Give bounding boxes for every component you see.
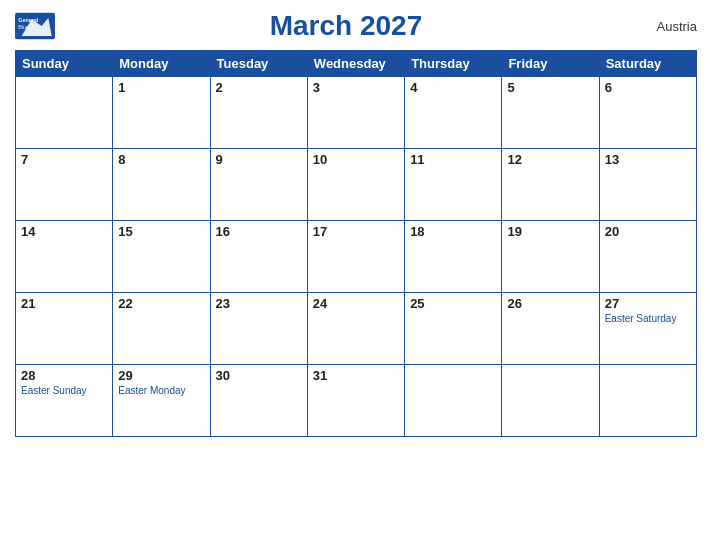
calendar-cell: 20	[599, 221, 696, 293]
calendar-cell: 1	[113, 77, 210, 149]
country-label: Austria	[637, 19, 697, 34]
calendar-cell: 3	[307, 77, 404, 149]
day-number: 18	[410, 224, 496, 239]
calendar-week-row: 78910111213	[16, 149, 697, 221]
calendar-cell: 15	[113, 221, 210, 293]
calendar-cell: 9	[210, 149, 307, 221]
day-number: 10	[313, 152, 399, 167]
header-monday: Monday	[113, 51, 210, 77]
day-number: 24	[313, 296, 399, 311]
calendar-cell: 13	[599, 149, 696, 221]
header-sunday: Sunday	[16, 51, 113, 77]
calendar-cell: 7	[16, 149, 113, 221]
day-number: 2	[216, 80, 302, 95]
day-number: 22	[118, 296, 204, 311]
calendar-cell: 8	[113, 149, 210, 221]
header-thursday: Thursday	[405, 51, 502, 77]
calendar-week-row: 14151617181920	[16, 221, 697, 293]
day-number: 7	[21, 152, 107, 167]
day-number: 16	[216, 224, 302, 239]
calendar-cell: 24	[307, 293, 404, 365]
calendar-cell: 2	[210, 77, 307, 149]
calendar-cell	[405, 365, 502, 437]
calendar-cell: 26	[502, 293, 599, 365]
day-number: 13	[605, 152, 691, 167]
day-number: 5	[507, 80, 593, 95]
header-saturday: Saturday	[599, 51, 696, 77]
calendar-cell: 19	[502, 221, 599, 293]
day-number: 30	[216, 368, 302, 383]
day-number: 11	[410, 152, 496, 167]
header-friday: Friday	[502, 51, 599, 77]
calendar-cell: 22	[113, 293, 210, 365]
day-number: 15	[118, 224, 204, 239]
calendar-cell: 23	[210, 293, 307, 365]
day-number: 6	[605, 80, 691, 95]
calendar-cell: 27Easter Saturday	[599, 293, 696, 365]
calendar-cell: 12	[502, 149, 599, 221]
calendar-week-row: 28Easter Sunday29Easter Monday3031	[16, 365, 697, 437]
holiday-label: Easter Monday	[118, 385, 204, 396]
day-number: 19	[507, 224, 593, 239]
calendar-table: Sunday Monday Tuesday Wednesday Thursday…	[15, 50, 697, 437]
holiday-label: Easter Sunday	[21, 385, 107, 396]
calendar-cell: 5	[502, 77, 599, 149]
calendar-cell	[16, 77, 113, 149]
calendar-page: General Blue March 2027 Austria Sunday M…	[0, 0, 712, 550]
day-number: 21	[21, 296, 107, 311]
day-number: 26	[507, 296, 593, 311]
calendar-cell	[502, 365, 599, 437]
day-number: 9	[216, 152, 302, 167]
day-number: 4	[410, 80, 496, 95]
day-number: 1	[118, 80, 204, 95]
day-number: 31	[313, 368, 399, 383]
calendar-cell: 28Easter Sunday	[16, 365, 113, 437]
calendar-cell: 10	[307, 149, 404, 221]
calendar-cell: 14	[16, 221, 113, 293]
calendar-cell: 18	[405, 221, 502, 293]
calendar-week-row: 21222324252627Easter Saturday	[16, 293, 697, 365]
day-number: 29	[118, 368, 204, 383]
day-number: 28	[21, 368, 107, 383]
day-number: 20	[605, 224, 691, 239]
calendar-cell: 29Easter Monday	[113, 365, 210, 437]
logo-icon: General Blue	[15, 12, 55, 40]
calendar-week-row: 123456	[16, 77, 697, 149]
calendar-cell: 31	[307, 365, 404, 437]
day-number: 14	[21, 224, 107, 239]
calendar-cell: 21	[16, 293, 113, 365]
holiday-label: Easter Saturday	[605, 313, 691, 324]
day-number: 3	[313, 80, 399, 95]
day-number: 17	[313, 224, 399, 239]
svg-text:Blue: Blue	[18, 24, 29, 30]
calendar-header: General Blue March 2027 Austria	[15, 10, 697, 42]
calendar-cell: 30	[210, 365, 307, 437]
calendar-cell: 25	[405, 293, 502, 365]
day-number: 23	[216, 296, 302, 311]
calendar-cell: 16	[210, 221, 307, 293]
day-number: 12	[507, 152, 593, 167]
header-tuesday: Tuesday	[210, 51, 307, 77]
calendar-cell: 6	[599, 77, 696, 149]
day-number: 25	[410, 296, 496, 311]
calendar-body: 1234567891011121314151617181920212223242…	[16, 77, 697, 437]
svg-text:General: General	[18, 17, 38, 23]
calendar-cell	[599, 365, 696, 437]
header-wednesday: Wednesday	[307, 51, 404, 77]
calendar-cell: 17	[307, 221, 404, 293]
day-number: 27	[605, 296, 691, 311]
calendar-cell: 4	[405, 77, 502, 149]
day-number: 8	[118, 152, 204, 167]
calendar-title: March 2027	[55, 10, 637, 42]
calendar-cell: 11	[405, 149, 502, 221]
logo: General Blue	[15, 12, 55, 40]
weekday-header-row: Sunday Monday Tuesday Wednesday Thursday…	[16, 51, 697, 77]
